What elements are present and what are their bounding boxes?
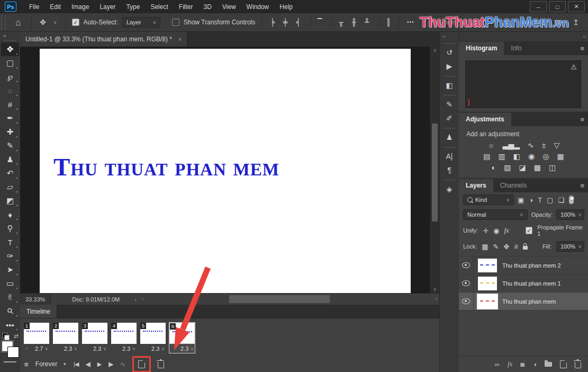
menu-item[interactable]: View <box>217 3 241 11</box>
menu-item[interactable]: Select <box>145 3 173 11</box>
vibrance-icon[interactable]: ▽ <box>554 141 559 149</box>
auto-select-target-dropdown[interactable]: Layer∨ <box>122 17 160 28</box>
layer-row[interactable]: Thu thuat phan mem 1 <box>459 274 588 293</box>
panel-menu-icon[interactable]: ≡ <box>580 182 584 190</box>
properties-panel-icon[interactable]: ◧ <box>440 78 458 92</box>
move-tool[interactable]: ✥ <box>1 42 19 56</box>
photo-filter-icon[interactable]: ◉ <box>528 153 535 160</box>
distribute-vertical-centers-icon[interactable]: ╫ <box>350 19 358 26</box>
selective-color-icon[interactable]: ◫ <box>549 164 556 171</box>
tab-channels[interactable]: Channels <box>493 179 534 192</box>
more-options-icon[interactable]: ••• <box>405 20 416 25</box>
curves-icon[interactable]: ∿ <box>528 141 534 149</box>
lasso-tool[interactable]: ℘ <box>1 70 19 84</box>
hand-tool[interactable]: ✌ <box>1 290 19 304</box>
menu-item[interactable]: Image <box>66 3 94 11</box>
collapse-toolbar-icon[interactable]: » <box>0 32 8 39</box>
animation-frame[interactable]: 4 2.3 ∨ <box>111 323 137 353</box>
menu-item[interactable]: Edit <box>44 3 66 11</box>
vertical-scrollbar[interactable]: ∧ ∨ <box>430 47 439 293</box>
filter-shape-layers-icon[interactable]: ▢ <box>547 196 553 204</box>
filter-smart-objects-icon[interactable]: ❏ <box>558 196 564 204</box>
exposure-icon[interactable]: ± <box>542 141 546 149</box>
lock-all-icon[interactable] <box>523 246 528 250</box>
delete-frame-button[interactable] <box>158 362 164 368</box>
frame-delay[interactable]: 2.3 ∨ <box>169 344 195 353</box>
align-right-edges-icon[interactable]: ╡ <box>294 19 302 26</box>
threed-panel-icon[interactable]: ◈ <box>440 182 458 196</box>
animation-frame[interactable]: 6 2.3 ∨ <box>169 323 195 353</box>
animation-frame[interactable]: 5 2.3 ∨ <box>140 323 166 353</box>
filter-pixel-layers-icon[interactable]: ▣ <box>518 196 524 204</box>
menu-item[interactable]: Layer <box>94 3 121 11</box>
canvas[interactable]: Thu thuat phan mem <box>40 49 411 293</box>
search-icon[interactable] <box>539 20 544 25</box>
tween-button[interactable]: ∿ <box>120 360 126 368</box>
pen-tool[interactable]: ✑ <box>1 249 19 263</box>
zoom-level[interactable]: 33.33% <box>20 294 51 305</box>
layer-row[interactable]: Thu thuat phan mem 2 <box>459 256 588 274</box>
home-icon[interactable]: ⌂ <box>11 18 25 27</box>
zoom-tool[interactable]: ⚲ <box>1 304 19 318</box>
panel-menu-icon[interactable]: ≡ <box>580 116 584 123</box>
color-balance-icon[interactable]: ▥ <box>499 153 505 160</box>
filter-toggle[interactable] <box>569 196 574 204</box>
collapse-panels-icon[interactable]: ›› <box>583 34 586 39</box>
color-lookup-icon[interactable]: ▦ <box>557 153 564 160</box>
gradient-map-icon[interactable]: ▩ <box>534 164 541 171</box>
lock-transparency-icon[interactable]: ▦ <box>482 243 488 251</box>
new-layer-icon[interactable] <box>560 360 567 368</box>
tab-adjustments[interactable]: Adjustments <box>459 113 511 126</box>
convert-to-video-timeline-icon[interactable]: ≡ <box>24 360 29 368</box>
eyedropper-tool[interactable]: ✒ <box>1 111 19 125</box>
share-icon[interactable]: ↥ <box>571 19 581 26</box>
filter-type-layers-icon[interactable]: T <box>538 196 542 204</box>
clone-source-panel-icon[interactable]: ♟ <box>440 130 458 144</box>
frame-delay[interactable]: 2.3 ∨ <box>53 344 78 353</box>
roll-3d-icon[interactable]: ◎ <box>475 19 485 26</box>
layer-style-icon[interactable]: fx <box>508 360 512 368</box>
layer-thumbnail[interactable] <box>478 259 497 272</box>
minimize-button[interactable]: – <box>530 1 547 12</box>
animation-frame[interactable]: 2 2.3 ∨ <box>53 323 78 353</box>
status-chevron-icon[interactable]: › <box>134 296 137 303</box>
frame-delay[interactable]: 2.3 ∨ <box>111 344 137 353</box>
brush-settings-panel-icon[interactable]: ✎ <box>440 98 458 111</box>
horizontal-scroll-thumb[interactable] <box>229 295 330 303</box>
path-selection-tool[interactable]: ➤ <box>1 263 19 277</box>
blur-tool[interactable]: ♦ <box>1 208 19 222</box>
crop-tool[interactable]: # <box>1 98 19 111</box>
add-adjustment-layer-icon[interactable]: ◑ <box>532 360 537 368</box>
layer-filter-dropdown[interactable]: Kind ∨ <box>463 194 514 205</box>
levels-icon[interactable]: ▃▅▂ <box>503 141 520 149</box>
auto-select-checkbox[interactable]: ✓ <box>72 19 79 26</box>
menu-item[interactable]: Filter <box>174 3 198 11</box>
layer-visibility-eye-icon[interactable] <box>462 298 470 304</box>
first-frame-button[interactable]: |◀ <box>74 361 78 368</box>
layer-thumbnail[interactable] <box>478 277 497 290</box>
align-horizontal-centers-icon[interactable]: ╪ <box>282 19 289 26</box>
tab-info[interactable]: Info <box>504 42 528 55</box>
tool-presets-panel-icon[interactable]: ✐ <box>440 111 458 125</box>
close-tab-icon[interactable]: × <box>178 36 182 42</box>
layer-name[interactable]: Thu thuat phan mem <box>502 298 556 305</box>
clone-stamp-tool[interactable]: ♟ <box>1 153 19 166</box>
filter-adjustment-layers-icon[interactable]: ◑ <box>529 196 533 204</box>
scroll-right-icon[interactable]: › <box>436 296 437 302</box>
black-white-icon[interactable]: ◧ <box>513 153 520 160</box>
close-button[interactable]: ✕ <box>568 1 585 12</box>
layer-visibility-eye-icon[interactable] <box>462 262 470 268</box>
layer-name[interactable]: Thu thuat phan mem 1 <box>502 280 561 287</box>
document-tab[interactable]: Untitled-1 @ 33.3% (Thu thuat phan mem, … <box>20 32 187 47</box>
horizontal-scrollbar[interactable]: ‹ › <box>142 294 439 305</box>
unify-visibility-icon[interactable]: ◉ <box>493 227 499 235</box>
scroll-left-icon[interactable]: ‹ <box>142 296 143 302</box>
layer-row[interactable]: Thu thuat phan mem <box>459 293 588 311</box>
paragraph-panel-icon[interactable]: ¶ <box>440 163 458 177</box>
link-layers-icon[interactable]: ∞ <box>495 360 500 368</box>
distribute-horizontal-icon[interactable]: ║ <box>379 19 392 26</box>
posterize-icon[interactable]: ▨ <box>504 164 511 171</box>
quick-mask-icon[interactable] <box>4 361 16 362</box>
background-color-swatch[interactable] <box>7 347 19 358</box>
brush-tool[interactable]: ✎ <box>1 139 19 153</box>
